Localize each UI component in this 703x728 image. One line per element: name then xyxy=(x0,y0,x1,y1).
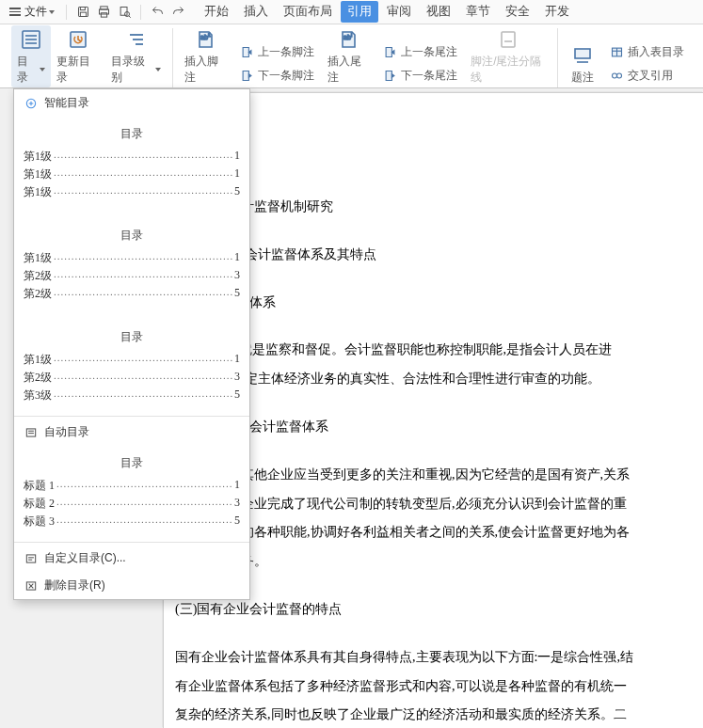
insert-footnote-button[interactable]: ab1 插入脚注 xyxy=(179,25,232,87)
toc-preset-row: 第2级3 xyxy=(24,267,240,285)
smart-toc-item[interactable]: 智能目录 xyxy=(14,89,249,117)
redo-icon[interactable] xyxy=(168,2,188,23)
toc-preset-4[interactable]: 目录 标题 11 标题 23 标题 35 xyxy=(14,446,249,540)
svg-point-28 xyxy=(616,73,621,78)
toc-preset-row: 标题 11 xyxy=(24,477,240,495)
cross-ref-icon xyxy=(609,69,624,84)
print-preview-icon[interactable] xyxy=(114,2,135,23)
undo-icon[interactable] xyxy=(147,2,168,23)
insert-table-toc-icon xyxy=(609,45,624,60)
tab-start[interactable]: 开始 xyxy=(198,1,235,23)
toc-level-label: 目录级别 xyxy=(111,54,153,86)
toc-icon xyxy=(18,27,44,52)
svg-rect-20 xyxy=(502,32,515,47)
update-toc-icon xyxy=(65,27,91,52)
insert-endnote-button[interactable]: abi 插入尾注 xyxy=(322,25,375,87)
tab-chapter[interactable]: 章节 xyxy=(459,1,497,23)
insert-endnote-label: 插入尾注 xyxy=(328,54,369,86)
doc-line: 有企业监督体系包括了多种经济监督形式和内容,可以说是各种监督的有机统一 xyxy=(175,673,692,702)
cross-ref-button[interactable]: 交叉引用 xyxy=(605,66,688,86)
svg-rect-5 xyxy=(101,13,106,17)
toc-preset-title: 目录 xyxy=(24,451,240,477)
tab-insert[interactable]: 插入 xyxy=(237,1,275,23)
toc-preset-3[interactable]: 目录 第1级1 第2级3 第3级5 xyxy=(14,320,249,414)
prev-footnote-button[interactable]: 上一条脚注 xyxy=(235,42,318,62)
toc-preset-2[interactable]: 目录 第1级1 第2级3 第2级5 xyxy=(14,218,249,312)
svg-rect-2 xyxy=(80,12,86,16)
save-icon[interactable] xyxy=(72,2,93,23)
doc-line: (二)国有企业会计监督体系 xyxy=(175,413,692,442)
toc-level-button[interactable]: 目录级别 xyxy=(105,25,167,87)
insert-table-toc-button[interactable]: 插入表目录 xyxy=(605,42,688,62)
prev-footnote-icon xyxy=(239,45,254,60)
toc-dropdown: 智能目录 目录 第1级1 第1级1 第1级5 目录 第1级1 第2级3 第2级5… xyxy=(13,88,250,600)
toc-button[interactable]: 目录 xyxy=(11,25,51,87)
svg-point-27 xyxy=(612,73,616,78)
tab-pagelayout[interactable]: 页面布局 xyxy=(277,1,339,23)
prev-endnote-button[interactable]: 上一条尾注 xyxy=(378,42,461,62)
doc-line: 一,国有企业会计监督体系及其特点 xyxy=(175,241,692,270)
next-endnote-label: 下一条尾注 xyxy=(401,68,457,84)
ribbon-group-footnote: ab1 插入脚注 上一条脚注 下一条脚注 abi 插入尾注 上一条尾注 xyxy=(172,28,557,87)
toc-preset-1[interactable]: 目录 第1级1 第1级1 第1级5 xyxy=(14,117,249,211)
next-footnote-button[interactable]: 下一条脚注 xyxy=(235,66,318,86)
update-toc-label: 更新目录 xyxy=(56,54,100,86)
auto-toc-label: 自动目录 xyxy=(44,424,89,440)
toc-preset-title: 目录 xyxy=(24,224,240,249)
ribbon: 目录 更新目录 目录级别 ab1 插入脚注 上一条脚注 xyxy=(0,24,703,88)
toc-preset-row: 第2级3 xyxy=(24,369,240,387)
fn-separator-button: 脚注/尾注分隔线 xyxy=(465,25,551,87)
doc-line: (三)国有企业会计监督的特点 xyxy=(175,595,692,625)
file-menu-button[interactable]: 文件 xyxy=(4,2,60,22)
caption-button[interactable]: 题注 xyxy=(564,41,601,87)
next-footnote-icon xyxy=(239,69,254,84)
smart-toc-icon xyxy=(24,96,39,111)
toc-preset-row: 第1级5 xyxy=(24,183,240,201)
fn-separator-label: 脚注/尾注分隔线 xyxy=(471,54,546,86)
ribbon-group-toc: 目录 更新目录 目录级别 xyxy=(6,28,172,87)
toc-preset-title: 目录 xyxy=(24,325,240,351)
svg-text:ab: ab xyxy=(344,34,351,40)
caption-label: 题注 xyxy=(571,70,594,86)
doc-line: 国有企业会计监督体系具有其自身得特点,主要表现为以下方面:一是综合性强,结 xyxy=(175,643,692,673)
print-icon[interactable] xyxy=(93,2,114,23)
toc-preset-row: 第1级1 xyxy=(24,351,240,369)
svg-text:ab: ab xyxy=(200,34,208,40)
custom-toc-item[interactable]: 自定义目录(C)... xyxy=(14,545,249,572)
svg-rect-30 xyxy=(26,428,35,435)
cross-ref-label: 交叉引用 xyxy=(628,68,673,84)
next-endnote-button[interactable]: 下一条尾注 xyxy=(378,66,461,86)
svg-rect-1 xyxy=(80,8,85,10)
insert-table-toc-label: 插入表目录 xyxy=(628,44,684,60)
auto-toc-item[interactable]: 自动目录 xyxy=(14,419,249,446)
chevron-down-icon xyxy=(155,68,161,71)
doc-line: 益。在国有企业完成了现代公司制的转轨变型后,必须充分认识到会计监督的重 xyxy=(175,490,692,519)
tab-developer[interactable]: 开发 xyxy=(538,1,576,23)
update-toc-button[interactable]: 更新目录 xyxy=(51,25,105,87)
toc-preset-row: 第3级5 xyxy=(24,387,240,404)
toc-level-icon xyxy=(123,27,150,52)
svg-rect-6 xyxy=(120,8,127,16)
chevron-down-icon xyxy=(40,68,45,71)
toc-preset-row: 第1级1 xyxy=(24,166,240,183)
dropdown-separator xyxy=(14,542,249,543)
svg-rect-33 xyxy=(26,554,35,562)
toc-preset-row: 第1级1 xyxy=(24,148,240,166)
doc-line: 者的利益服务。 xyxy=(175,547,692,577)
insert-footnote-label: 插入脚注 xyxy=(184,54,226,86)
tab-security[interactable]: 安全 xyxy=(499,1,536,23)
doc-line: 复杂的经济关系,同时也反映了企业最广泛的经济活动和最实质的经济关系。二 xyxy=(175,701,692,728)
separator xyxy=(66,5,67,20)
tab-view[interactable]: 视图 xyxy=(420,1,457,23)
prev-endnote-icon xyxy=(382,45,397,60)
doc-line: (一)会计监督体系 xyxy=(175,289,692,318)
tab-references[interactable]: 引用 xyxy=(341,1,378,23)
file-menu-label: 文件 xyxy=(24,4,47,20)
delete-toc-item[interactable]: 删除目录(R) xyxy=(14,572,249,599)
tab-review[interactable]: 审阅 xyxy=(380,1,418,23)
delete-toc-icon xyxy=(24,578,39,593)
ribbon-group-caption: 题注 插入表目录 交叉引用 xyxy=(557,28,697,87)
next-footnote-label: 下一条脚注 xyxy=(258,68,314,84)
workspace: 国有企业会计监督机制研究 一,国有企业会计监督体系及其特点 (一)会计监督体系 … xyxy=(0,88,703,728)
doc-line: “监督”指的就是监察和督促。会计监督职能也称控制职能,是指会计人员在进 xyxy=(175,336,692,365)
